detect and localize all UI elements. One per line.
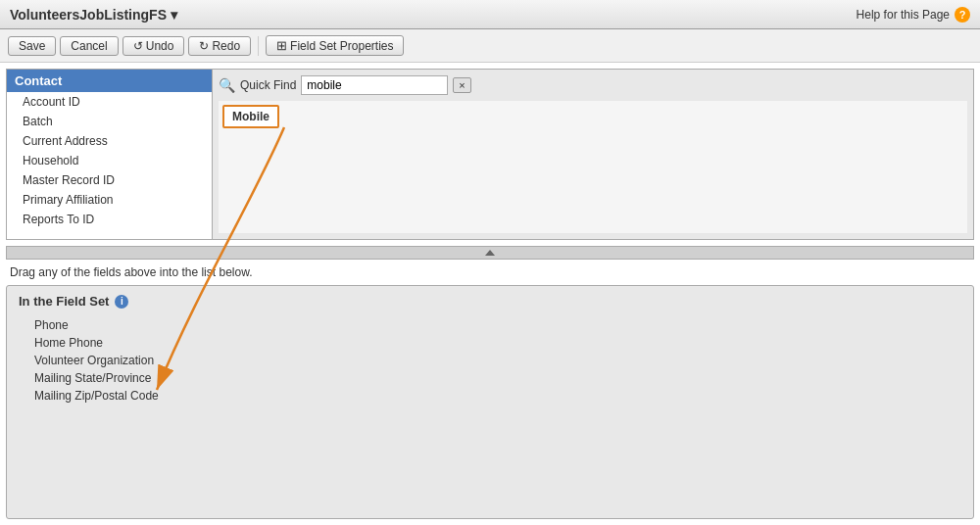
toolbar: Save Cancel ↺ Undo ↻ Redo ⊞ Field Set Pr… — [0, 29, 980, 63]
fieldset-item[interactable]: Mailing State/Province — [34, 369, 961, 387]
save-button[interactable]: Save — [8, 36, 56, 56]
help-text: Help for this Page — [857, 8, 950, 22]
drag-instruction: Drag any of the fields above into the li… — [0, 260, 980, 285]
undo-icon: ↺ — [133, 39, 143, 53]
fieldset-title: In the Field Set — [19, 294, 109, 309]
search-icon: 🔍 — [219, 77, 235, 93]
redo-label: Redo — [212, 39, 240, 53]
help-link[interactable]: Help for this Page ? — [857, 7, 970, 23]
redo-button[interactable]: ↻ Redo — [188, 36, 251, 56]
undo-button[interactable]: ↺ Undo — [122, 36, 185, 56]
quick-find-bar: 🔍 Quick Find × — [219, 75, 967, 95]
fieldset-item[interactable]: Phone — [34, 316, 961, 334]
fieldset-item[interactable]: Volunteer Organization — [34, 352, 961, 369]
app-title: VolunteersJobListingFS ▾ — [10, 7, 177, 23]
cancel-button[interactable]: Cancel — [60, 36, 118, 56]
list-item[interactable]: Reports To ID — [7, 210, 212, 229]
title-dropdown-icon[interactable]: ▾ — [171, 7, 177, 23]
field-editor-panel: Contact Account ID Batch Current Address… — [6, 69, 974, 240]
list-item[interactable]: Account ID — [7, 92, 212, 112]
search-results: Mobile — [219, 101, 967, 233]
search-result-mobile[interactable]: Mobile — [222, 105, 279, 128]
fieldset-item[interactable]: Mailing Zip/Postal Code — [34, 387, 961, 405]
fieldset-items: Phone Home Phone Volunteer Organization … — [7, 312, 973, 412]
fieldset-props-icon: ⊞ — [276, 38, 287, 53]
undo-label: Undo — [146, 39, 174, 53]
search-panel: 🔍 Quick Find × Mobile — [213, 70, 973, 239]
search-input[interactable] — [301, 75, 448, 95]
redo-icon: ↻ — [199, 39, 209, 53]
list-item[interactable]: Primary Affiliation — [7, 190, 212, 210]
title-text: VolunteersJobListingFS — [10, 7, 167, 23]
header-bar: VolunteersJobListingFS ▾ Help for this P… — [0, 0, 980, 29]
clear-search-button[interactable]: × — [453, 77, 470, 93]
contact-list-header: Contact — [7, 70, 212, 92]
horizontal-scrollbar[interactable] — [6, 246, 974, 260]
list-item[interactable]: Household — [7, 151, 212, 170]
scroll-up-indicator — [485, 250, 495, 256]
toolbar-separator — [258, 36, 259, 56]
contact-list: Contact Account ID Batch Current Address… — [7, 70, 213, 239]
contact-list-items: Account ID Batch Current Address Househo… — [7, 92, 212, 229]
fieldset-panel: In the Field Set i Phone Home Phone Volu… — [6, 285, 974, 519]
help-icon: ? — [955, 7, 970, 23]
fieldset-properties-button[interactable]: ⊞ Field Set Properties — [266, 35, 404, 56]
fieldset-props-label: Field Set Properties — [290, 39, 393, 53]
list-item[interactable]: Batch — [7, 112, 212, 131]
list-item[interactable]: Current Address — [7, 131, 212, 151]
fieldset-info-icon[interactable]: i — [115, 295, 128, 309]
quick-find-label: Quick Find — [240, 78, 296, 92]
fieldset-header: In the Field Set i — [7, 286, 973, 312]
fieldset-item[interactable]: Home Phone — [34, 334, 961, 352]
main-content: Contact Account ID Batch Current Address… — [0, 63, 980, 525]
list-item[interactable]: Master Record ID — [7, 170, 212, 190]
